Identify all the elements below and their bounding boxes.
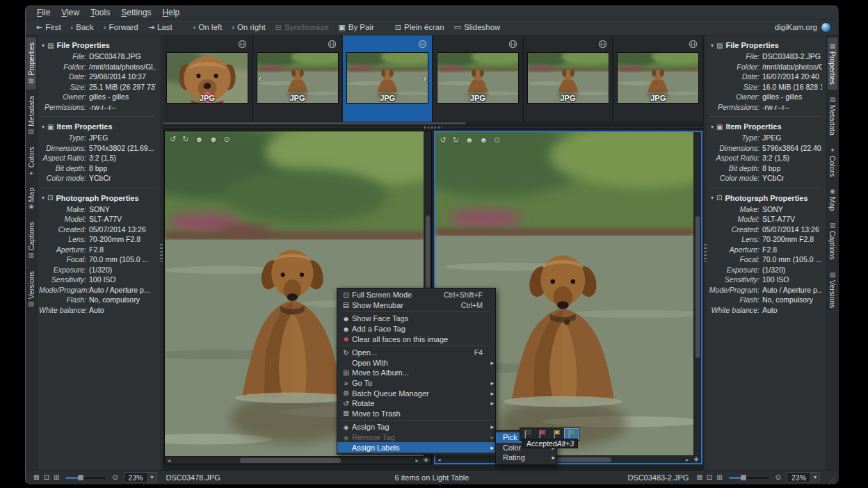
sidebar-tab[interactable]: ▦ Properties [26,38,36,90]
fit-zoom-icon[interactable]: ⊙ [775,473,781,481]
pan-tool-icon[interactable]: ✚ [691,456,701,464]
preview-tool-icon[interactable]: ☻ [195,135,203,144]
thumbnail-image[interactable]: JPG ‹ [257,52,339,104]
menubar-item[interactable]: Settings [115,7,156,18]
sidebar-tab[interactable]: ▥ Captions [26,217,36,264]
section-header[interactable]: ▾ ⊡ Photograph Properties [708,191,822,204]
right-zoom-slider[interactable] [729,473,769,482]
thumbnail-image[interactable]: JPG [166,52,248,104]
sidebar-tab[interactable]: ▤ Metadata [828,91,837,140]
thumbnail[interactable]: JPG [613,35,704,122]
toolbar-button[interactable]: ⇤ First [31,22,66,33]
horizontal-scrollbar[interactable]: ◂ ▸ ✚ [165,456,431,464]
preview-tool-icon[interactable]: ⊙ [224,135,230,144]
preview-tool-icon[interactable]: ☻ [209,135,218,144]
thumbnail-image[interactable]: JPG [437,52,519,104]
context-menu-item[interactable] [341,345,491,346]
preview-tool-icon[interactable]: ↻ [453,136,459,145]
toolbar-button[interactable]: ▣ By Pair [333,22,378,33]
context-menu-item[interactable]: Open With ▸ [337,358,495,368]
context-menu-item[interactable]: » Go To ▸ [337,378,495,389]
thumbnail[interactable]: JPG › [343,35,433,122]
context-menu-item[interactable]: ☻ Show Face Tags ▸ [337,314,495,324]
digikam-globe-icon[interactable] [821,22,831,33]
pick-flag-button[interactable] [536,429,549,439]
pick-flag-button[interactable] [565,429,578,439]
right-zoom-combo[interactable]: 23% ▼ [787,472,820,482]
context-menu-item[interactable]: ⊛ Batch Queue Manager ▸ [337,388,495,398]
toolbar-button[interactable]: ▭ Slideshow [449,22,506,33]
window-resize-grip[interactable] [826,475,835,484]
context-menu-item[interactable]: ☻ Add a Face Tag ▸ [337,324,495,334]
context-menu-item[interactable] [341,420,491,421]
preview-tool-icon[interactable]: ↻ [182,135,188,144]
preview-tool-icon[interactable]: ↺ [170,135,176,144]
fit-zoom-icon[interactable]: ⊙ [112,473,118,481]
toolbar-button[interactable]: ‹ Back [66,22,99,33]
menubar-item[interactable]: File [31,7,56,18]
menubar-item[interactable]: Help [157,7,186,18]
sidebar-tab[interactable]: ▧ Versions [26,266,36,313]
fit-window-icon[interactable]: ⊡ [707,473,712,481]
menubar-item[interactable]: Tools [85,7,115,18]
preview-tool-icon[interactable]: ☻ [465,136,474,145]
right-panel-splitter[interactable] [704,35,707,470]
zoom-100-icon[interactable]: ⊞ [716,473,722,481]
toolbar-button[interactable]: ⊡ Plein écran [390,22,449,33]
context-menu-item[interactable]: ⊡ Full Screen Mode Ctrl+Shift+F ▸ [337,290,495,300]
combo-dropdown-icon[interactable]: ▼ [810,473,819,482]
thumbnail[interactable]: JPG [433,35,524,122]
vertical-scrollbar[interactable] [693,132,701,455]
fit-select-icon[interactable]: ⊠ [696,473,702,481]
scroll-left-arrow-icon[interactable]: ◂ [435,456,444,464]
context-menu-item[interactable]: ▤ Show Menubar Ctrl+M ▸ [337,300,495,311]
scroll-right-arrow-icon[interactable]: ▸ [683,456,691,464]
context-menu-item[interactable]: ☻ Clear all faces on this image ▸ [337,334,495,344]
sidebar-tab[interactable]: ▤ Metadata [26,91,36,140]
submenu-item[interactable]: Rating ▸ [496,453,556,463]
thumbnail-image[interactable]: JPG [527,52,609,104]
thumbnail[interactable]: JPG ‹ [253,35,344,122]
toolbar-button[interactable]: ⊟ Synchronize [271,22,334,33]
left-zoom-combo[interactable]: 23% ▼ [124,472,157,482]
preview-tool-icon[interactable]: ⊙ [494,136,500,145]
context-menu-item[interactable]: ◈ Assign Tag ▸ [337,422,495,432]
context-menu-item[interactable]: ↻ Open... F4 ▸ [337,348,495,358]
sidebar-tab[interactable]: ✦ Colors [26,142,36,181]
zoom-100-icon[interactable]: ⊞ [54,473,59,481]
toolbar-button[interactable]: › Forward [99,22,143,33]
toolbar-button[interactable]: ‹ On left [188,22,227,33]
thumbnail-image[interactable]: JPG [617,52,699,104]
section-header[interactable]: ▾ ▣ Item Properties [708,120,822,133]
preview-tool-icon[interactable]: ☻ [480,136,488,145]
horizontal-scrollbar[interactable]: ◂ ▸ ✚ [435,455,702,463]
context-menu-item[interactable]: ↺ Rotate ▸ [337,398,495,409]
section-header[interactable]: ▾ ▤ File Properties [708,38,822,51]
menubar-item[interactable]: View [56,7,85,18]
combo-dropdown-icon[interactable]: ▼ [147,473,156,482]
thumbnail[interactable]: JPG [163,35,253,122]
sidebar-tab[interactable]: ◉ Map [26,183,36,215]
thumbnail-image[interactable]: JPG › [346,52,428,104]
toolbar-button[interactable]: › On right [227,22,271,33]
sidebar-tab[interactable]: ▧ Versions [828,266,837,313]
scroll-left-arrow-icon[interactable]: ◂ [165,457,173,464]
context-menu-item[interactable]: ⊞ Move to Album... ▸ [337,368,495,378]
fit-window-icon[interactable]: ⊡ [43,473,49,481]
section-header[interactable]: ▾ ⊡ Photograph Properties [39,191,156,204]
sidebar-tab[interactable]: ✦ Colors [828,142,837,181]
left-zoom-slider[interactable] [65,473,106,482]
fit-select-icon[interactable]: ⊠ [33,473,39,481]
sidebar-tab[interactable]: ◉ Map [828,183,837,215]
section-header[interactable]: ▾ ▣ Item Properties [39,120,156,133]
thumbbar-splitter[interactable] [163,125,704,129]
sidebar-tab[interactable]: ▦ Properties [828,38,837,90]
pick-flag-button[interactable] [521,429,534,439]
context-menu-item[interactable]: ◈ Remove Tag ▸ [337,432,495,443]
section-header[interactable]: ▾ ▤ File Properties [39,38,156,51]
thumbnail[interactable]: JPG [524,35,614,122]
toolbar-button[interactable]: ⇥ Last [143,22,177,33]
scroll-right-arrow-icon[interactable]: ▸ [413,457,421,464]
context-menu-item[interactable] [341,311,491,312]
preview-tool-icon[interactable]: ↺ [440,136,447,145]
